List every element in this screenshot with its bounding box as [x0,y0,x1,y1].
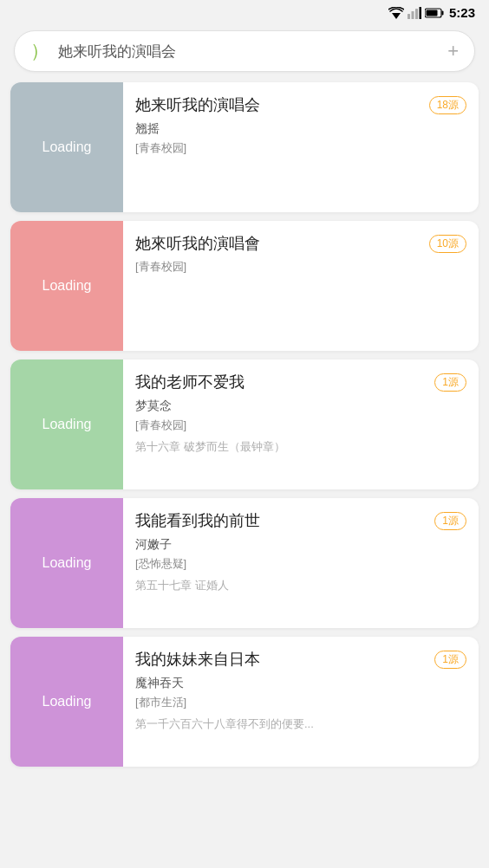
loading-label: Loading [42,417,92,432]
novel-list: Loading 她来听我的演唱会 18源 翘摇 [青春校园] Loading 她… [0,82,489,775]
item-chapter: 第十六章 破梦而生（最钟章） [135,439,466,455]
svg-rect-1 [408,14,410,19]
thumbnail: Loading [10,360,123,489]
source-badge: 1源 [434,373,466,392]
item-title: 我能看到我的前世 [135,510,260,531]
title-row: 我的老师不爱我 1源 [135,372,466,392]
item-author: 梦莫念 [135,398,466,414]
item-author: 魔神吞天 [135,676,466,691]
status-time: 5:23 [449,5,475,20]
item-chapter: 第五十七章 证婚人 [135,578,466,593]
item-tag: [青春校园] [135,418,466,433]
svg-rect-2 [411,11,414,19]
thumbnail: Loading [10,637,123,767]
item-content: 我的老师不爱我 1源 梦莫念 [青春校园] 第十六章 破梦而生（最钟章） [123,360,479,489]
item-title: 她来听我的演唱会 [135,94,260,115]
item-author: 河嫩子 [135,537,466,553]
search-query: 她来听我的演唱会 [58,42,439,62]
item-content: 我的妹妹来自日本 1源 魔神吞天 [都市生活] 第一千六百六十八章得不到的便要.… [123,637,479,767]
loading-label: Loading [42,555,92,571]
item-tag: [青春校园] [135,259,466,275]
item-author: 翘摇 [135,121,466,137]
status-icons [388,7,444,19]
svg-rect-4 [419,7,421,19]
title-row: 她來听我的演唱會 10源 [135,233,466,254]
title-row: 我的妹妹来自日本 1源 [135,649,466,670]
thumbnail: Loading [10,221,123,351]
svg-rect-6 [441,10,443,15]
source-badge: 18源 [429,96,466,114]
list-item[interactable]: Loading 我的妹妹来自日本 1源 魔神吞天 [都市生活] 第一千六百六十八… [10,637,479,767]
item-tag: [恐怖悬疑] [135,556,466,572]
item-chapter: 第一千六百六十八章得不到的便要... [135,716,466,732]
item-content: 我能看到我的前世 1源 河嫩子 [恐怖悬疑] 第五十七章 证婚人 [123,498,479,628]
item-tag: [都市生活] [135,695,466,710]
status-bar: 5:23 [0,0,489,23]
title-row: 她来听我的演唱会 18源 [135,94,466,115]
list-item[interactable]: Loading 我的老师不爱我 1源 梦莫念 [青春校园] 第十六章 破梦而生（… [10,360,479,489]
svg-marker-0 [392,13,401,19]
item-title: 我的妹妹来自日本 [135,649,260,670]
source-badge: 1源 [434,651,466,669]
thumbnail: Loading [10,498,123,628]
thumbnail: Loading [10,82,123,212]
signal-icon [408,7,421,19]
source-badge: 10源 [429,235,466,253]
list-item[interactable]: Loading 我能看到我的前世 1源 河嫩子 [恐怖悬疑] 第五十七章 证婚人 [10,498,479,628]
svg-rect-3 [415,9,418,19]
source-badge: 1源 [434,512,466,530]
title-row: 我能看到我的前世 1源 [135,510,466,531]
item-tag: [青春校园] [135,140,466,156]
loading-label: Loading [42,278,92,294]
item-title: 我的老师不爱我 [135,372,244,392]
wifi-icon [388,7,404,19]
svg-rect-7 [426,10,437,16]
item-content: 她来听我的演唱会 18源 翘摇 [青春校园] [123,82,479,212]
item-title: 她來听我的演唱會 [135,233,260,254]
battery-icon [425,8,444,18]
search-bracket: ） [30,42,49,61]
loading-label: Loading [42,694,92,709]
item-content: 她來听我的演唱會 10源 [青春校园] [123,221,479,351]
add-icon[interactable]: + [447,40,459,62]
list-item[interactable]: Loading 她來听我的演唱會 10源 [青春校园] [10,221,479,351]
search-bar[interactable]: ） 她来听我的演唱会 + [14,30,475,72]
loading-label: Loading [42,139,92,155]
list-item[interactable]: Loading 她来听我的演唱会 18源 翘摇 [青春校园] [10,82,479,212]
